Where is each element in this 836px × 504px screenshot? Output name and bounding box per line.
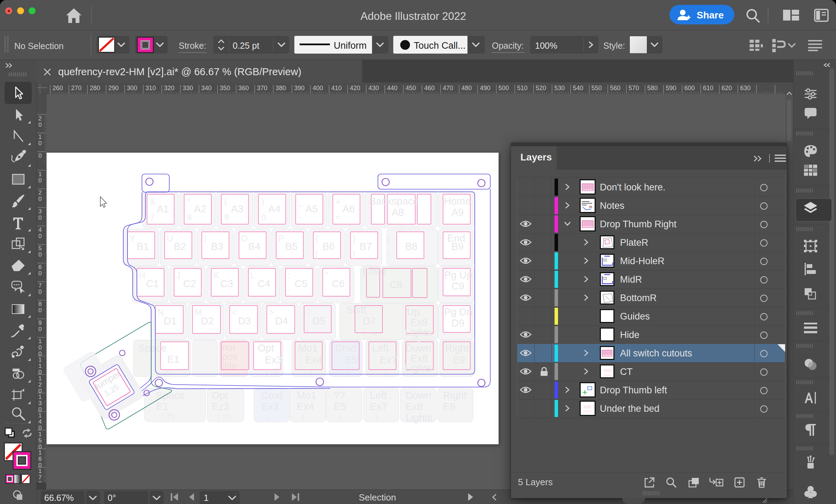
- svg-text:Ex7: Ex7: [380, 354, 397, 365]
- svg-text:Space: Space: [138, 342, 167, 354]
- svg-text:1: 1: [374, 413, 378, 422]
- svg-text:_: _: [298, 197, 304, 206]
- svg-text:Backspace: Backspace: [369, 196, 419, 207]
- svg-text:Up: Up: [407, 306, 420, 317]
- svg-text:B4: B4: [248, 241, 260, 252]
- svg-text::: :: [288, 270, 290, 280]
- svg-text:C2: C2: [183, 278, 196, 289]
- svg-text:Ex4: Ex4: [297, 401, 314, 412]
- svg-text:&: &: [150, 197, 156, 206]
- svg-text:O: O: [241, 234, 248, 243]
- svg-text:N: N: [157, 307, 164, 317]
- svg-text:1.25: 1.25: [216, 413, 231, 422]
- svg-text:C3: C3: [220, 278, 233, 289]
- svg-text:Cmd: Cmd: [335, 342, 356, 354]
- svg-text:B1: B1: [137, 241, 149, 252]
- svg-text:A2: A2: [194, 203, 206, 214]
- svg-text:Shift: Shift: [346, 304, 366, 315]
- svg-text:B9: B9: [451, 241, 464, 252]
- svg-text:A5: A5: [305, 203, 318, 214]
- svg-text:=: =: [336, 212, 341, 222]
- svg-text:]: ]: [353, 250, 355, 259]
- svg-text:[: [: [316, 250, 318, 259]
- svg-text:Ex7: Ex7: [370, 401, 387, 412]
- svg-text:;: ;: [288, 287, 290, 297]
- svg-text:A3: A3: [231, 203, 243, 214]
- svg-text:{: {: [316, 234, 318, 243]
- svg-text:B2: B2: [174, 241, 186, 252]
- svg-text:D2: D2: [201, 315, 214, 326]
- svg-text:,: ,: [232, 324, 234, 334]
- svg-text:C6: C6: [332, 278, 345, 289]
- svg-text:—: —: [167, 409, 174, 418]
- svg-text:?: ?: [306, 307, 311, 317]
- svg-text:Y: Y: [130, 234, 136, 243]
- svg-text:B5: B5: [285, 241, 297, 252]
- svg-text:Ex8: Ex8: [410, 317, 428, 328]
- svg-text:C9: C9: [451, 281, 464, 292]
- svg-text:Pg Up: Pg Up: [444, 269, 472, 281]
- svg-text:B3: B3: [211, 241, 223, 252]
- svg-text:Lights: Lights: [405, 327, 432, 338]
- svg-text:E1: E1: [167, 354, 179, 365]
- svg-text:1.75: 1.75: [363, 331, 378, 340]
- svg-text:A8: A8: [392, 207, 404, 218]
- svg-text:L: L: [250, 270, 255, 280]
- svg-text:J: J: [176, 270, 181, 280]
- svg-text:E9: E9: [453, 354, 465, 365]
- svg-text:*: *: [187, 197, 191, 206]
- svg-text:': ': [325, 287, 327, 297]
- svg-text:D1: D1: [164, 315, 177, 326]
- svg-text:Lights: Lights: [405, 363, 432, 374]
- svg-text:Enter: Enter: [362, 266, 387, 277]
- svg-text:1: 1: [265, 413, 270, 422]
- svg-text:Left: Left: [370, 390, 387, 401]
- svg-text:A1: A1: [157, 203, 169, 214]
- svg-text:Right: Right: [445, 342, 469, 354]
- svg-text:8: 8: [187, 212, 192, 222]
- svg-text:C4: C4: [257, 278, 270, 289]
- svg-text:Cmd: Cmd: [261, 390, 282, 401]
- svg-text:H: H: [139, 270, 145, 280]
- svg-text:Ex3: Ex3: [265, 354, 282, 365]
- svg-text:Right: Right: [443, 390, 467, 401]
- svg-text:A6: A6: [343, 203, 355, 214]
- svg-text:): ): [261, 197, 264, 206]
- svg-text:B6: B6: [323, 241, 335, 252]
- svg-text:Mo1: Mo1: [298, 342, 318, 354]
- svg-text:D4: D4: [275, 315, 288, 326]
- svg-text:.: .: [269, 324, 271, 334]
- svg-text:U: U: [167, 234, 173, 243]
- svg-text:Left: Left: [372, 342, 389, 354]
- svg-text:2: 2: [399, 223, 403, 231]
- svg-text:P: P: [278, 234, 284, 243]
- svg-text:Home: Home: [444, 196, 471, 207]
- svg-text:7: 7: [150, 212, 155, 222]
- svg-text:E5: E5: [334, 401, 346, 412]
- svg-text:Ez3: Ez3: [212, 401, 229, 412]
- svg-text:(: (: [224, 197, 227, 206]
- svg-text:D3: D3: [238, 315, 251, 326]
- svg-text:Ex4: Ex4: [305, 354, 323, 365]
- svg-text:/: /: [306, 324, 309, 334]
- svg-text:-: -: [299, 212, 301, 222]
- svg-text:B7: B7: [359, 241, 372, 252]
- svg-text:+: +: [336, 197, 341, 206]
- svg-text:": ": [325, 270, 328, 280]
- svg-text:0: 0: [261, 212, 266, 222]
- svg-text:Pg Dn: Pg Dn: [444, 306, 472, 317]
- svg-text:B8: B8: [405, 241, 417, 252]
- svg-text:Ex8: Ex8: [405, 401, 423, 412]
- svg-text:C8: C8: [389, 279, 402, 290]
- svg-text:D7: D7: [363, 315, 376, 326]
- svg-text:Opt: Opt: [212, 390, 228, 401]
- svg-text:<: <: [232, 307, 237, 317]
- svg-text:\: \: [387, 250, 390, 259]
- svg-text:Mo1: Mo1: [297, 390, 316, 401]
- svg-text:I: I: [204, 234, 206, 243]
- svg-text:D9: D9: [451, 317, 464, 329]
- svg-text:Opt: Opt: [258, 342, 274, 354]
- svg-text:|: |: [387, 234, 390, 243]
- svg-text:2.25: 2.25: [156, 369, 171, 378]
- svg-text:E5: E5: [345, 354, 357, 365]
